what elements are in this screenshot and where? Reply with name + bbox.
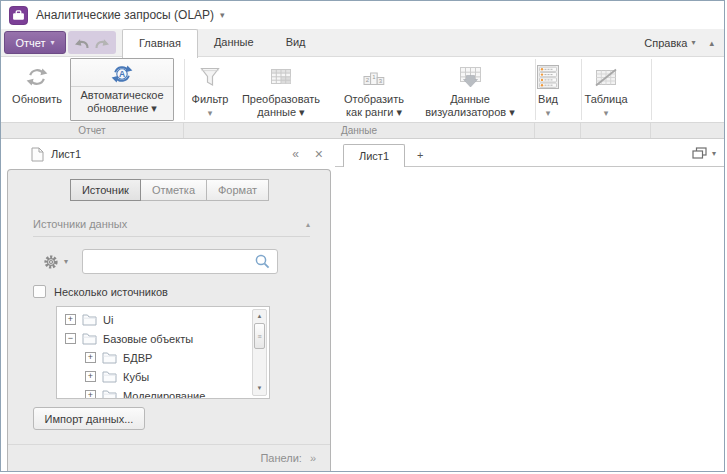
auto-refresh-label-line1: Автоматическое [80, 89, 163, 101]
search-input[interactable] [89, 256, 254, 268]
tree-item-modeling[interactable]: + Моделирование [57, 386, 269, 399]
filter-dropdown: ▾ [208, 108, 213, 118]
add-sheet-button[interactable]: + [405, 144, 435, 166]
group-label-empty [651, 123, 724, 138]
multiple-sources-checkbox[interactable] [33, 285, 46, 298]
filter-button[interactable]: Фильтр ▾ [184, 58, 236, 121]
search-row: ▾ [42, 249, 310, 274]
multiple-sources-label: Несколько источников [54, 286, 168, 298]
tab-glavnaya[interactable]: Главная [122, 29, 198, 58]
import-data-button[interactable]: Импорт данных... [33, 407, 145, 430]
view-button[interactable]: Вид ▾ [527, 58, 569, 121]
page-title: Аналитические запросы (OLAP) [36, 8, 214, 22]
expand-icon[interactable]: + [85, 352, 96, 363]
settings-menu-button[interactable]: ▾ [42, 253, 68, 271]
undo-icon[interactable] [73, 36, 90, 50]
table-label: Таблица [584, 93, 627, 105]
left-panel: Лист1 « × Источник Отметка Формат Источн… [1, 139, 335, 471]
tree-label: Ui [103, 314, 113, 326]
menubar-right: Справка ▾ ▴ [644, 37, 724, 49]
auto-refresh-label-line2: обновление ▾ [87, 102, 157, 114]
report-canvas[interactable] [335, 167, 724, 471]
tab-vid[interactable]: Вид [270, 29, 322, 57]
expand-icon[interactable]: + [85, 371, 96, 382]
auto-refresh-icon: A [109, 62, 135, 86]
ribbon-tab-strip: Главная Данные Вид [122, 29, 322, 57]
app-window: Аналитические запросы (OLAP) ▾ Отчет ▾ Г… [0, 0, 725, 472]
data-sources-section-header[interactable]: Источники данных ▴ [33, 218, 310, 237]
tree-item-ui[interactable]: + Ui [57, 310, 269, 329]
window-arrange-control[interactable]: ▾ [692, 147, 724, 166]
group-label-empty [535, 123, 581, 138]
filter-icon [199, 61, 221, 93]
tree-scrollbar[interactable]: ▲ ≡ ▼ [252, 309, 267, 396]
transform-data-label-line2: данные ▾ [257, 106, 304, 118]
tree-item-base-objects[interactable]: − Базовые объекты [57, 329, 269, 348]
visualizer-data-icon [458, 61, 483, 93]
report-menu-button[interactable]: Отчет ▾ [4, 31, 66, 54]
search-icon[interactable] [254, 253, 271, 270]
app-icon [9, 6, 28, 25]
multiple-sources-row: Несколько источников [33, 285, 310, 298]
ribbon-separator [651, 59, 652, 120]
gear-icon [42, 253, 60, 271]
collapse-icon[interactable]: − [65, 333, 76, 344]
tree-item-bdvr[interactable]: + БДВР [57, 348, 269, 367]
redo-icon[interactable] [94, 36, 111, 50]
scroll-up-icon[interactable]: ▲ [257, 310, 263, 323]
chevron-down-icon: ▾ [712, 149, 716, 158]
display-as-ranks-label-line1: Отобразить [344, 93, 404, 105]
chevron-down-icon: ▾ [691, 38, 695, 47]
scrollbar-thumb[interactable]: ≡ [254, 323, 265, 349]
folder-icon [102, 389, 117, 399]
ribbon-separator [535, 59, 536, 120]
tree-label: БДВР [123, 352, 152, 364]
panels-expand-icon[interactable]: » [310, 452, 316, 464]
chevron-down-icon: ▾ [64, 257, 68, 266]
expand-icon[interactable]: + [85, 390, 96, 399]
transform-data-label-line1: Преобразовать [242, 93, 320, 105]
visualizer-data-label-line1: Данные [450, 93, 490, 105]
display-as-ranks-label-line2: как ранги ▾ [346, 106, 402, 118]
tab-dannye[interactable]: Данные [198, 29, 270, 57]
tab-format[interactable]: Формат [206, 179, 269, 201]
scroll-down-icon[interactable]: ▼ [257, 382, 263, 395]
refresh-button[interactable]: Обновить [4, 58, 70, 121]
left-panel-header: Лист1 « × [1, 139, 335, 169]
expand-icon[interactable]: + [65, 314, 76, 325]
tab-source[interactable]: Источник [70, 179, 141, 201]
report-menu-label: Отчет [15, 37, 45, 49]
sheet-tab-list1[interactable]: Лист1 [343, 144, 405, 167]
tree-label: Базовые объекты [103, 333, 193, 345]
visualizer-data-button[interactable]: Данные визуализаторов ▾ [422, 58, 518, 121]
panels-footer: Панели: » [8, 444, 330, 471]
folder-icon [82, 332, 97, 345]
panel-tab-strip: Источник Отметка Формат [8, 179, 330, 201]
folder-icon [82, 313, 97, 326]
section-collapse-icon[interactable]: ▴ [306, 220, 310, 229]
data-sources-panel: Источник Отметка Формат Источники данных… [7, 169, 331, 471]
filter-label: Фильтр [192, 93, 229, 105]
table-button[interactable]: Таблица ▾ [575, 58, 637, 121]
transform-data-icon [269, 61, 293, 93]
title-dropdown-icon[interactable]: ▾ [220, 10, 225, 20]
display-as-ranks-button[interactable]: 2 1 3 Отобразить как ранги ▾ [326, 58, 422, 121]
refresh-icon [24, 61, 50, 93]
sheet-document-icon [31, 147, 44, 162]
tab-mark[interactable]: Отметка [140, 179, 207, 201]
table-icon [594, 61, 618, 93]
display-as-ranks-icon: 2 1 3 [363, 61, 386, 93]
help-menu[interactable]: Справка [644, 37, 687, 49]
visualizer-data-label-line2: визуализаторов ▾ [425, 106, 515, 118]
refresh-label: Обновить [12, 93, 62, 105]
tree-item-cubes[interactable]: + Кубы [57, 367, 269, 386]
undo-redo-group [68, 31, 116, 54]
tree-label: Моделирование [123, 390, 205, 400]
panel-collapse-button[interactable]: « [292, 147, 299, 161]
collapse-ribbon-button[interactable]: ▴ [709, 38, 714, 48]
panels-label: Панели: [260, 452, 301, 464]
group-label-report: Отчет [1, 123, 184, 138]
panel-close-button[interactable]: × [315, 146, 323, 162]
auto-refresh-button[interactable]: A Автоматическое обновление ▾ [70, 58, 174, 121]
transform-data-button[interactable]: Преобразовать данные ▾ [236, 58, 326, 121]
